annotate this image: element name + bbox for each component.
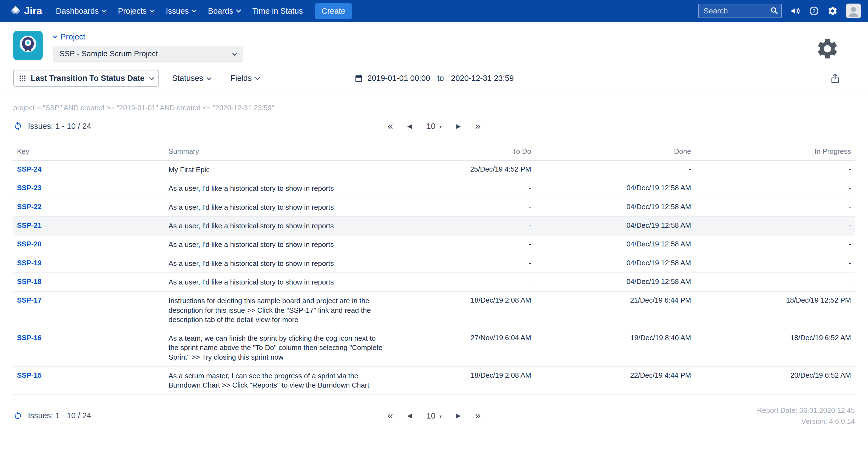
done-date: 04/Dec/19 12:58 AM: [535, 254, 695, 273]
pagination-bottom: « ◀ 10 ▾ ▶ »: [388, 410, 480, 422]
issues-summary: Issues: 1 - 10 / 24: [28, 411, 91, 420]
search-icon: [770, 6, 779, 15]
top-nav: Jira Dashboards Projects Issues Boards T…: [0, 0, 868, 22]
issues-bar-bottom: Issues: 1 - 10 / 24 « ◀ 10 ▾ ▶ » Report …: [0, 395, 868, 433]
done-date: 04/Dec/19 12:58 AM: [535, 216, 695, 235]
jql-query: project = "SSP" AND created >= "2019-01-…: [0, 95, 868, 114]
nav-item-time-in-status[interactable]: Time in Status: [246, 0, 309, 22]
chevron-down-icon: [206, 75, 211, 80]
table-row: SSP-18 As a user, I'd like a historical …: [13, 273, 855, 291]
project-select[interactable]: SSP - Sample Scrum Project: [53, 46, 243, 62]
page-size-value: 10: [427, 411, 435, 421]
date-to: 2020-12-31 23:59: [451, 74, 514, 83]
page-size-select[interactable]: 10 ▾: [427, 411, 442, 421]
fields-dropdown[interactable]: Fields: [230, 74, 259, 83]
feedback-button[interactable]: [790, 6, 801, 16]
report-settings-button[interactable]: [815, 37, 839, 61]
issue-key-link[interactable]: SSP-23: [17, 184, 42, 192]
issue-key-link[interactable]: SSP-24: [17, 165, 42, 173]
issue-key-link[interactable]: SSP-18: [17, 277, 42, 285]
todo-date: -: [442, 198, 535, 216]
issue-key-link[interactable]: SSP-21: [17, 221, 42, 230]
last-page-button[interactable]: »: [475, 410, 480, 422]
report-date: Report Date: 06.01.2020 12:45: [757, 405, 855, 416]
project-section-toggle[interactable]: Project: [53, 32, 243, 41]
done-date: 04/Dec/19 12:58 AM: [535, 273, 695, 291]
issue-key-link[interactable]: SSP-15: [17, 371, 42, 380]
project-header: Project SSP - Sample Scrum Project: [0, 22, 868, 68]
table-row: SSP-16 As a team, we can finish the spri…: [13, 329, 855, 366]
issue-key-link[interactable]: SSP-22: [17, 203, 42, 211]
refresh-icon: [13, 411, 23, 421]
refresh-button[interactable]: [13, 121, 23, 131]
prev-page-button[interactable]: ◀: [407, 123, 412, 130]
jira-logo-icon: [10, 5, 21, 17]
issue-summary: As a user, I'd like a historical story t…: [168, 184, 385, 193]
todo-date: -: [442, 273, 535, 291]
settings-button[interactable]: [828, 6, 838, 16]
refresh-button[interactable]: [13, 411, 23, 421]
create-button[interactable]: Create: [315, 3, 352, 19]
report-type-label: Last Transition To Status Date: [31, 74, 145, 83]
refresh-icon: [13, 121, 23, 131]
todo-date: 27/Nov/19 6:04 AM: [442, 329, 535, 366]
date-range-picker[interactable]: 2019-01-01 00:00 to 2020-12-31 23:59: [354, 74, 514, 83]
page-size-select[interactable]: 10 ▾: [427, 121, 442, 131]
date-from: 2019-01-01 00:00: [367, 74, 430, 83]
report-toolbar: Last Transition To Status Date Statuses …: [0, 68, 868, 95]
next-page-button[interactable]: ▶: [456, 123, 461, 130]
export-button[interactable]: [830, 73, 841, 84]
todo-date: -: [442, 216, 535, 235]
column-header-key: Key: [13, 140, 165, 160]
issues-summary-group: Issues: 1 - 10 / 24: [13, 411, 91, 421]
done-date: 22/Dec/19 4:44 PM: [535, 366, 695, 395]
brand-name: Jira: [24, 5, 42, 17]
issue-key-link[interactable]: SSP-16: [17, 334, 42, 342]
caret-down-icon: ▾: [439, 412, 442, 419]
todo-date: 18/Dec/19 2:08 AM: [442, 366, 535, 395]
report-info: Report Date: 06.01.2020 12:45 Version: 4…: [757, 405, 855, 427]
search-input[interactable]: [698, 4, 782, 18]
jira-logo[interactable]: Jira: [10, 5, 42, 17]
inprogress-date: 18/Dec/19 6:52 AM: [695, 329, 855, 366]
last-page-button[interactable]: »: [475, 120, 480, 132]
done-date: -: [535, 160, 695, 179]
next-page-button[interactable]: ▶: [456, 412, 461, 419]
report-version: Version: 4.6.0.14: [757, 416, 855, 427]
statuses-dropdown[interactable]: Statuses: [172, 74, 211, 83]
nav-item-boards[interactable]: Boards: [202, 0, 246, 22]
user-avatar[interactable]: [846, 4, 861, 18]
table-row: SSP-23 As a user, I'd like a historical …: [13, 179, 855, 198]
issue-key-link[interactable]: SSP-19: [17, 259, 42, 267]
nav-item-issues[interactable]: Issues: [160, 0, 202, 22]
prev-page-button[interactable]: ◀: [407, 412, 412, 419]
nav-item-projects[interactable]: Projects: [112, 0, 160, 22]
nav-item-dashboards[interactable]: Dashboards: [50, 0, 112, 22]
first-page-button[interactable]: «: [388, 410, 393, 422]
issue-summary: As a scrum master, I can see the progres…: [168, 371, 385, 390]
table-row: SSP-21 As a user, I'd like a historical …: [13, 216, 855, 235]
inprogress-date: -: [695, 254, 855, 273]
column-header-summary: Summary: [165, 140, 442, 160]
report-type-button[interactable]: Last Transition To Status Date: [13, 70, 159, 87]
chevron-down-icon: [192, 7, 196, 12]
search-box: [698, 4, 782, 18]
gear-icon: [815, 37, 839, 61]
grid-icon: [19, 74, 26, 82]
issue-summary: As a user, I'd like a historical story t…: [168, 240, 385, 249]
table-row: SSP-22 As a user, I'd like a historical …: [13, 198, 855, 216]
project-select-value: SSP - Sample Scrum Project: [60, 49, 158, 58]
issue-key-link[interactable]: SSP-17: [17, 296, 42, 304]
gear-icon: [828, 6, 838, 16]
column-header-done: Done: [535, 140, 695, 160]
done-date: 04/Dec/19 12:58 AM: [535, 198, 695, 216]
help-button[interactable]: ?: [809, 6, 819, 16]
todo-date: -: [442, 254, 535, 273]
todo-date: 25/Dec/19 4:52 PM: [442, 160, 535, 179]
issues-bar-top: Issues: 1 - 10 / 24 « ◀ 10 ▾ ▶ »: [0, 114, 868, 139]
issue-key-link[interactable]: SSP-20: [17, 240, 42, 248]
date-joiner: to: [437, 74, 444, 83]
inprogress-date: -: [695, 179, 855, 198]
first-page-button[interactable]: «: [388, 120, 393, 132]
calendar-icon: [354, 74, 363, 83]
